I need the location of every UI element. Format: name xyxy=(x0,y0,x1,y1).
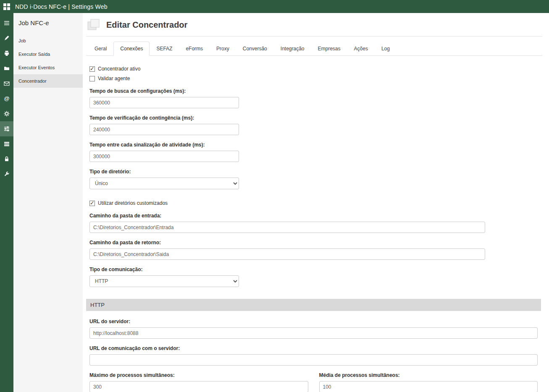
tempo-contingencia-field: Tempo de verificação de contingência (ms… xyxy=(89,115,541,135)
folder-open-icon xyxy=(3,65,10,72)
tab-log[interactable]: Log xyxy=(375,42,397,56)
media-processos-field: Média de processos simultâneos: xyxy=(319,372,538,392)
tempo-busca-label: Tempo de busca de configurações (ms): xyxy=(89,88,541,94)
url-servidor-input[interactable] xyxy=(89,327,538,339)
tab-proxy[interactable]: Proxy xyxy=(210,42,236,56)
concentrador-form: Concentrador ativo Validar agente Tempo … xyxy=(86,56,541,392)
utilizar-diretorios-row: Utilizar diretórios customizados xyxy=(89,200,541,206)
page-title: Editar Concentrador xyxy=(106,20,187,30)
tab-bar: Geral Conexões SEFAZ eForms Proxy Conver… xyxy=(86,42,542,56)
lock-button[interactable] xyxy=(0,152,13,167)
http-section-body: URL do servidor: URL de comunicação com … xyxy=(86,311,541,392)
app-grid-icon xyxy=(3,3,11,10)
http-section: HTTP URL do servidor: URL de comunicação… xyxy=(86,299,541,392)
app-title: NDD i-Docs NFC-e | Settings Web xyxy=(15,3,108,10)
http-section-header[interactable]: HTTP xyxy=(86,299,541,311)
concentrador-ativo-checkbox[interactable] xyxy=(89,66,95,72)
sidebar-item-executor-saida[interactable]: Executor Saída xyxy=(13,47,83,61)
document-stack-icon xyxy=(86,18,101,31)
tipo-comunicacao-select[interactable]: HTTP xyxy=(89,275,239,287)
svg-text:@: @ xyxy=(4,95,9,102)
concentrador-ativo-row: Concentrador ativo xyxy=(89,66,541,72)
url-comunicacao-input[interactable] xyxy=(89,354,538,366)
validar-agente-label: Validar agente xyxy=(98,76,130,81)
lock-icon xyxy=(3,156,10,162)
tools-button[interactable] xyxy=(0,167,13,182)
sliders-button[interactable] xyxy=(0,121,13,136)
media-processos-label: Média de processos simultâneos: xyxy=(319,372,538,378)
icon-rail: @ xyxy=(0,13,13,392)
url-comunicacao-field: URL de comunicação com o servidor: xyxy=(89,345,538,366)
tab-conexoes[interactable]: Conexões xyxy=(113,42,150,56)
mail-button[interactable] xyxy=(0,76,13,91)
max-processos-input[interactable] xyxy=(89,381,308,392)
caminho-entrada-input[interactable] xyxy=(89,222,485,233)
tempo-contingencia-label: Tempo de verificação de contingência (ms… xyxy=(89,115,541,121)
sidebar-title: Job NFC-e xyxy=(13,13,83,34)
caminho-retorno-label: Caminho da pasta de retorno: xyxy=(89,240,541,246)
menu-icon xyxy=(3,20,10,26)
tab-geral[interactable]: Geral xyxy=(88,42,113,56)
envelope-icon xyxy=(3,80,10,87)
tipo-diretorio-label: Tipo de diretório: xyxy=(89,169,541,175)
tempo-busca-field: Tempo de busca de configurações (ms): xyxy=(89,88,541,108)
max-processos-label: Máximo de processos simultâneos: xyxy=(89,372,308,378)
tempo-sinalizacao-label: Tempo entre cada sinalização de atividad… xyxy=(89,142,541,148)
printer-icon xyxy=(3,50,10,57)
tab-eforms[interactable]: eForms xyxy=(179,42,210,56)
tempo-busca-input[interactable] xyxy=(89,97,239,108)
tipo-comunicacao-field: Tipo de comunicação: HTTP xyxy=(89,267,541,287)
wrench-icon xyxy=(3,171,10,178)
tab-empresas[interactable]: Empresas xyxy=(311,42,347,56)
tipo-diretorio-field: Tipo de diretório: Único xyxy=(89,169,541,189)
tab-conversao[interactable]: Conversão xyxy=(236,42,274,56)
ndd-grid-logo xyxy=(3,3,11,10)
media-processos-input[interactable] xyxy=(319,381,538,392)
utilizar-diretorios-label: Utilizar diretórios customizados xyxy=(98,200,168,206)
pen-icon xyxy=(3,35,10,42)
queue-icon xyxy=(3,141,10,147)
validar-agente-checkbox[interactable] xyxy=(89,76,95,81)
at-sign-icon: @ xyxy=(3,95,10,102)
caminho-entrada-label: Caminho da pasta de entrada: xyxy=(89,213,541,219)
page-header: Editar Concentrador xyxy=(86,13,542,37)
sliders-icon xyxy=(3,125,10,132)
tipo-diretorio-select[interactable]: Único xyxy=(89,178,239,189)
url-servidor-field: URL do servidor: xyxy=(89,319,538,339)
caminho-entrada-field: Caminho da pasta de entrada: xyxy=(89,213,541,233)
sidebar-item-concentrador[interactable]: Concentrador xyxy=(13,74,83,88)
caminho-retorno-input[interactable] xyxy=(89,248,485,260)
tempo-sinalizacao-field: Tempo entre cada sinalização de atividad… xyxy=(89,142,541,162)
tipo-comunicacao-label: Tipo de comunicação: xyxy=(89,267,541,272)
validar-agente-row: Validar agente xyxy=(89,76,541,81)
gear-icon xyxy=(3,110,10,117)
main-content: Editar Concentrador Geral Conexões SEFAZ… xyxy=(83,13,549,392)
url-comunicacao-label: URL de comunicação com o servidor: xyxy=(89,345,538,351)
top-bar: NDD i-Docs NFC-e | Settings Web xyxy=(0,0,549,13)
max-processos-field: Máximo de processos simultâneos: xyxy=(89,372,308,392)
at-button[interactable]: @ xyxy=(0,91,13,106)
queue-button[interactable] xyxy=(0,136,13,152)
settings-button[interactable] xyxy=(0,106,13,121)
url-servidor-label: URL do servidor: xyxy=(89,319,538,324)
tab-acoes[interactable]: Ações xyxy=(347,42,375,56)
sidebar-item-executor-eventos[interactable]: Executor Eventos xyxy=(13,61,83,74)
menu-button[interactable] xyxy=(0,16,13,31)
tempo-contingencia-input[interactable] xyxy=(89,124,239,135)
printer-button[interactable] xyxy=(0,46,13,61)
tab-integracao[interactable]: Integração xyxy=(274,42,311,56)
caminho-retorno-field: Caminho da pasta de retorno: xyxy=(89,240,541,260)
utilizar-diretorios-checkbox[interactable] xyxy=(89,201,95,206)
folder-button[interactable] xyxy=(0,61,13,76)
sidebar-item-job[interactable]: Job xyxy=(13,34,83,47)
tempo-sinalizacao-input[interactable] xyxy=(89,151,239,162)
secondary-sidebar: Job NFC-e Job Executor Saída Executor Ev… xyxy=(13,13,83,392)
pen-button[interactable] xyxy=(0,31,13,46)
concentrador-ativo-label: Concentrador ativo xyxy=(98,66,140,72)
tab-sefaz[interactable]: SEFAZ xyxy=(150,42,179,56)
